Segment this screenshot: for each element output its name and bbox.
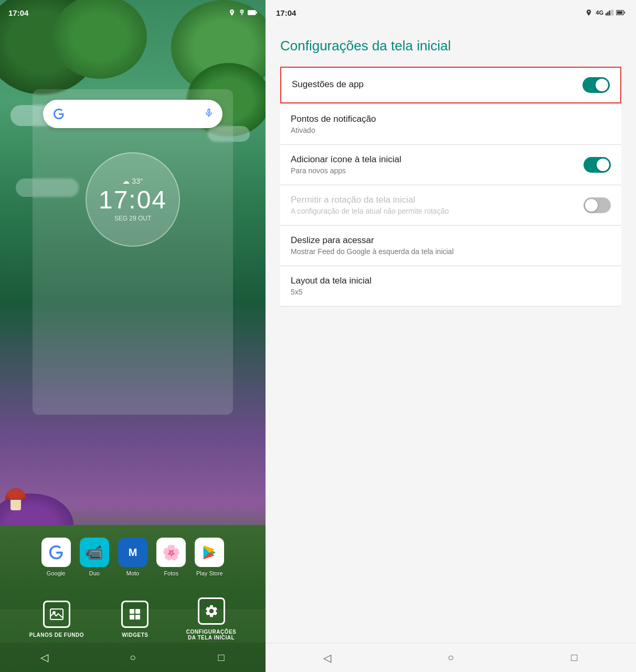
moto-icon-img: M [118,538,147,567]
setting-rotacao: Permitir a rotação da tela inicial A con… [280,185,621,225]
svg-rect-14 [617,12,623,14]
recents-button-left[interactable]: □ [211,647,232,668]
status-icons-left [228,9,257,16]
toggle-adicionar-thumb [597,159,609,171]
playstore-label: Play Store [196,570,223,576]
duo-label: Duo [89,570,100,576]
home-button-right[interactable]: ○ [440,647,461,668]
recents-button-right[interactable]: □ [564,647,585,668]
status-bar-left: 17:04 [0,0,266,25]
setting-pontos-title: Pontos de notificação [291,114,611,124]
mushroom-cap [5,488,26,500]
back-button-right[interactable]: ◁ [317,647,338,668]
setting-adicionar[interactable]: Adicionar ícone à tela inicial Para novo… [280,145,621,184]
setting-layout-text: Layout da tela inicial 5x5 [291,276,611,296]
svg-rect-12 [612,9,613,15]
widgets-label: WIDGETS [122,632,148,638]
google-app-icon [48,544,65,561]
setting-sugestoes[interactable]: Sugestões de app [280,67,621,103]
google-icon-img [41,538,71,567]
fotos-label: Fotos [164,570,178,576]
home-card [33,89,233,415]
app-playstore[interactable]: Play Store [195,538,224,576]
clock-time: 17:04 [99,187,167,213]
homescreen-settings-label: CONFIGURAÇÕES DA TELA INICIAL [186,629,236,640]
status-time-right: 17:04 [276,8,296,17]
app-google[interactable]: Google [41,538,71,576]
toggle-rotacao [584,197,611,213]
toggle-rotacao-thumb [585,199,598,212]
app-moto[interactable]: M Moto [118,538,147,576]
setting-adicionar-subtitle: Para novos apps [291,166,575,175]
back-button-left[interactable]: ◁ [34,647,55,668]
clock-circle: ☁ 33° 17:04 SEG 29 OUT [86,152,180,247]
homescreen-settings-action[interactable]: CONFIGURAÇÕES DA TELA INICIAL [186,597,236,640]
settings-gear-svg [204,604,219,618]
toggle-sugestoes[interactable] [582,77,610,93]
duo-icon-img: 📹 [80,538,109,567]
status-bar-right: 17:04 4G [266,0,636,25]
battery-icon-right [616,9,626,16]
svg-rect-5 [135,609,140,614]
left-panel: 17:04 [0,0,266,672]
setting-deslize-title: Deslize para acessar [291,235,611,246]
mic-icon[interactable] [204,108,214,121]
widgets-action[interactable]: WIDGETS [121,601,149,638]
signal-icon-right [606,9,614,16]
settings-title: Configurações da tela inicial [280,38,621,54]
status-time-left: 17:04 [8,8,28,17]
setting-deslize[interactable]: Deslize para acessar Mostrar Feed do Goo… [280,226,621,265]
widgets-icon [121,601,149,628]
playstore-svg [202,544,217,560]
playstore-icon-img [195,538,224,567]
widgets-svg [129,608,141,621]
setting-adicionar-title: Adicionar ícone à tela inicial [291,154,575,165]
location-icon-right [585,9,592,16]
svg-rect-10 [609,10,610,16]
setting-pontos-subtitle: Ativado [291,126,611,134]
clock-widget: ☁ 33° 17:04 SEG 29 OUT [68,147,197,252]
microphone-icon [204,108,214,118]
settings-content: Configurações da tela inicial Sugestões … [266,25,636,643]
setting-layout-subtitle: 5x5 [291,288,611,296]
moto-label: Moto [126,570,139,576]
svg-rect-7 [135,615,140,620]
setting-rotacao-subtitle: A configuração de tela atual não permite… [291,207,575,215]
svg-rect-0 [248,10,256,15]
svg-rect-11 [611,9,612,15]
toggle-adicionar[interactable] [584,157,611,173]
setting-adicionar-text: Adicionar ícone à tela inicial Para novo… [291,154,575,175]
setting-rotacao-title: Permitir a rotação da tela inicial [291,195,575,205]
setting-deslize-text: Deslize para acessar Mostrar Feed do Goo… [291,235,611,256]
status-icons-right: 4G [585,9,626,16]
homescreen-settings-icon [198,597,225,625]
svg-rect-4 [130,609,134,614]
location-icon [228,9,236,16]
app-duo[interactable]: 📹 Duo [80,538,109,576]
svg-rect-8 [606,13,607,16]
wallpapers-label: PLANOS DE FUNDO [29,632,84,638]
wifi-icon [238,9,246,16]
battery-icon [248,9,257,16]
app-fotos[interactable]: 🌸 Fotos [156,538,186,576]
4g-badge: 4G [596,9,603,16]
search-bar[interactable] [43,100,222,128]
svg-rect-15 [624,12,626,13]
home-button-left[interactable]: ○ [122,647,143,668]
wallpapers-action[interactable]: PLANOS DE FUNDO [29,601,84,638]
google-logo [51,107,66,121]
app-dock: Google 📹 Duo M Moto 🌸 Fotos [33,531,233,583]
setting-pontos-text: Pontos de notificação Ativado [291,114,611,134]
google-g-icon [52,108,65,120]
svg-rect-1 [256,12,257,14]
setting-rotacao-text: Permitir a rotação da tela inicial A con… [291,195,575,215]
setting-layout[interactable]: Layout da tela inicial 5x5 [280,266,621,306]
mushroom-stem [10,500,21,510]
mushroom-decoration [5,488,26,514]
clock-date: SEG 29 OUT [114,215,152,222]
svg-rect-9 [607,12,608,15]
wallpapers-svg [50,608,63,620]
setting-layout-title: Layout da tela inicial [291,276,611,286]
setting-pontos[interactable]: Pontos de notificação Ativado [280,104,621,144]
clock-temp: ☁ 33° [122,177,143,185]
